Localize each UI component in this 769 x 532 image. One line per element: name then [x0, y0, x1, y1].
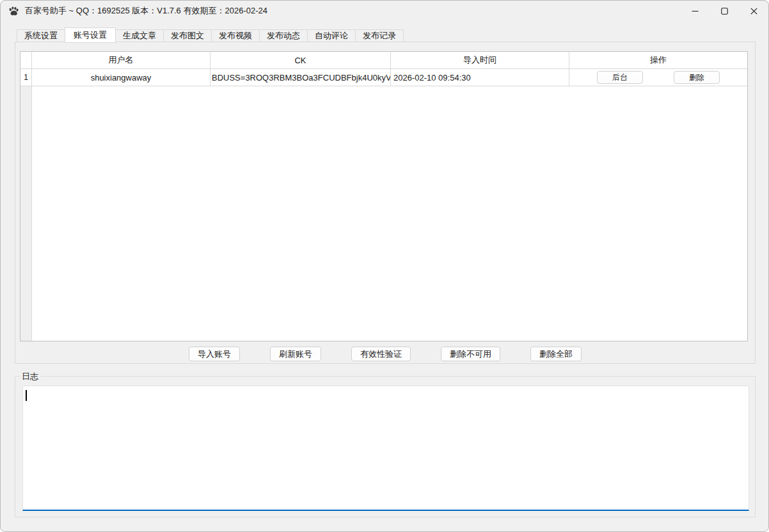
log-groupbox-label: 日志 [20, 371, 40, 382]
operation-cell: 后台 删除 [569, 69, 747, 86]
table-action-bar: 导入账号 刷新账号 有效性验证 删除不可用 删除全部 [15, 347, 756, 361]
tab-account-settings[interactable]: 账号设置 [65, 27, 116, 43]
log-textarea[interactable] [22, 386, 749, 511]
app-window: 百家号助手 ~ QQ：1692525 版本：V1.7.6 有效期至：2026-0… [0, 0, 769, 532]
minimize-icon[interactable] [680, 1, 710, 21]
table-header-row: 用户名 CK 导入时间 操作 [20, 52, 747, 69]
delete-all-button[interactable]: 删除全部 [530, 347, 582, 361]
row-number-gutter [20, 86, 32, 341]
column-header-username: 用户名 [32, 52, 210, 69]
refresh-accounts-button[interactable]: 刷新账号 [270, 347, 321, 361]
close-icon[interactable] [739, 1, 768, 21]
tab-publish-imagetext[interactable]: 发布图文 [163, 29, 212, 42]
header-gutter-cell [20, 52, 32, 69]
tab-bar: 系统设置 账号设置 生成文章 发布图文 发布视频 发布动态 自动评论 发布记录 [17, 27, 404, 42]
tab-publish-record[interactable]: 发布记录 [355, 29, 404, 42]
tab-generate-article[interactable]: 生成文章 [115, 29, 164, 42]
app-paw-icon [8, 6, 19, 17]
tab-system-settings[interactable]: 系统设置 [17, 29, 65, 42]
table-row[interactable]: 1 shuixiangwaway BDUSS=3ROQ3RBM3BOa3FCUD… [20, 69, 747, 86]
window-controls [680, 1, 768, 21]
log-groupbox: 日志 [15, 376, 756, 517]
row-index-cell: 1 [20, 69, 32, 86]
delete-unavailable-button[interactable]: 删除不可用 [441, 347, 500, 361]
column-header-operation: 操作 [569, 52, 747, 69]
backend-button[interactable]: 后台 [597, 71, 643, 84]
delete-row-button[interactable]: 删除 [674, 71, 720, 84]
titlebar: 百家号助手 ~ QQ：1692525 版本：V1.7.6 有效期至：2026-0… [1, 1, 768, 21]
window-title: 百家号助手 ~ QQ：1692525 版本：V1.7.6 有效期至：2026-0… [25, 5, 267, 17]
text-cursor [26, 390, 27, 401]
tab-publish-dynamic[interactable]: 发布动态 [259, 29, 308, 42]
tab-publish-video[interactable]: 发布视频 [211, 29, 260, 42]
validity-check-button[interactable]: 有效性验证 [351, 347, 411, 361]
maximize-icon[interactable] [710, 1, 739, 21]
tab-auto-comment[interactable]: 自动评论 [307, 29, 356, 42]
username-cell: shuixiangwaway [32, 69, 210, 86]
column-header-import-time: 导入时间 [391, 52, 569, 69]
ck-cell: BDUSS=3ROQ3RBM3BOa3FCUDBFbjk4U0kyV... [210, 69, 391, 86]
account-table: 用户名 CK 导入时间 操作 1 shuixiangwaway BDUSS=3R… [20, 51, 748, 341]
column-header-ck: CK [210, 52, 391, 69]
import-accounts-button[interactable]: 导入账号 [189, 347, 240, 361]
import-time-cell: 2026-02-10 09:54:30 [391, 69, 569, 86]
